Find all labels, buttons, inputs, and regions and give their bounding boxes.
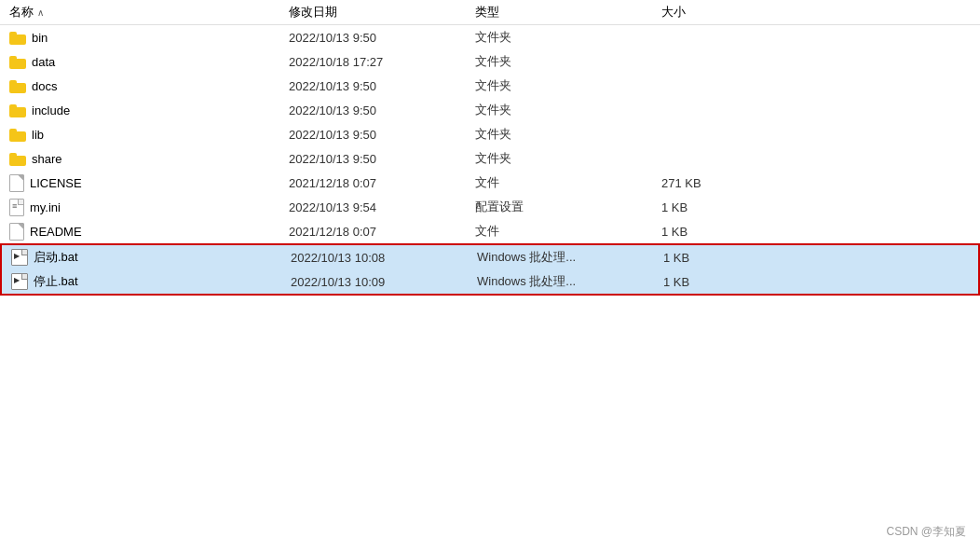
file-type-cell: 文件夹	[475, 102, 661, 118]
file-name-cell: LICENSE	[0, 174, 289, 192]
folder-icon	[9, 128, 26, 142]
table-row[interactable]: include2022/10/13 9:50文件夹	[0, 98, 980, 122]
file-type-cell: 文件夹	[475, 150, 661, 167]
file-name-text: include	[32, 103, 70, 117]
file-date-cell: 2022/10/13 9:50	[289, 103, 475, 117]
file-name-cell: README	[0, 223, 289, 241]
file-name-text: LICENSE	[30, 176, 82, 190]
sort-arrow: ∧	[37, 7, 44, 18]
table-row[interactable]: 停止.bat2022/10/13 10:09Windows 批处理...1 KB	[2, 269, 978, 294]
file-name-text: README	[30, 225, 82, 239]
file-name-text: bin	[32, 31, 48, 45]
table-header: 名称 ∧ 修改日期 类型 大小	[0, 0, 980, 25]
table-row[interactable]: bin2022/10/13 9:50文件夹	[0, 25, 980, 49]
folder-icon	[9, 152, 26, 166]
table-row[interactable]: share2022/10/13 9:50文件夹	[0, 146, 980, 171]
table-row[interactable]: data2022/10/18 17:27文件夹	[0, 49, 980, 74]
file-date-cell: 2022/10/13 9:50	[289, 31, 475, 45]
file-name-cell: data	[0, 55, 289, 69]
col-type-header[interactable]: 类型	[475, 4, 661, 21]
folder-icon	[9, 79, 26, 93]
file-size-cell: 1 KB	[663, 251, 775, 265]
file-name-text: share	[32, 152, 62, 166]
file-type-cell: 文件夹	[475, 53, 661, 70]
file-type-cell: 文件	[475, 223, 661, 240]
file-icon	[9, 223, 24, 241]
table-row[interactable]: docs2022/10/13 9:50文件夹	[0, 74, 980, 98]
file-type-cell: 配置设置	[475, 199, 661, 215]
file-name-cell: lib	[0, 128, 289, 142]
file-type-cell: Windows 批处理...	[477, 249, 663, 266]
col-size-header[interactable]: 大小	[661, 4, 773, 21]
file-name-cell: bin	[0, 31, 289, 45]
file-size-cell: 1 KB	[661, 225, 773, 239]
file-name-cell: include	[0, 103, 289, 117]
file-date-cell: 2022/10/13 10:09	[291, 275, 477, 289]
file-date-cell: 2021/12/18 0:07	[289, 225, 475, 239]
file-name-text: my.ini	[30, 200, 61, 214]
file-type-cell: 文件夹	[475, 29, 661, 46]
file-date-cell: 2022/10/13 9:50	[289, 79, 475, 93]
file-date-cell: 2022/10/18 17:27	[289, 55, 475, 69]
file-name-cell: docs	[0, 79, 289, 93]
file-date-cell: 2022/10/13 9:54	[289, 200, 475, 214]
file-icon	[9, 174, 24, 192]
table-row[interactable]: lib2022/10/13 9:50文件夹	[0, 122, 980, 146]
folder-icon	[9, 103, 26, 117]
file-name-text: data	[32, 55, 55, 69]
col-name-header[interactable]: 名称 ∧	[0, 4, 289, 21]
folder-icon	[9, 31, 26, 45]
table-row[interactable]: 启动.bat2022/10/13 10:08Windows 批处理...1 KB	[2, 245, 978, 269]
highlighted-group: 启动.bat2022/10/13 10:08Windows 批处理...1 KB…	[0, 243, 980, 296]
file-explorer: 名称 ∧ 修改日期 类型 大小 bin2022/10/13 9:50文件夹dat…	[0, 0, 980, 551]
file-type-cell: 文件夹	[475, 77, 661, 94]
file-name-cell: my.ini	[0, 199, 289, 216]
file-name-text: docs	[32, 79, 57, 93]
table-row[interactable]: README2021/12/18 0:07文件1 KB	[0, 219, 980, 243]
file-date-cell: 2022/10/13 10:08	[291, 251, 477, 265]
file-type-cell: 文件夹	[475, 126, 661, 143]
bat-icon	[11, 273, 28, 290]
file-date-cell: 2022/10/13 9:50	[289, 152, 475, 166]
file-type-cell: Windows 批处理...	[477, 273, 663, 290]
col-name-label: 名称	[9, 4, 34, 21]
bat-icon	[11, 249, 28, 266]
file-name-text: lib	[32, 128, 44, 142]
folder-icon	[9, 55, 26, 69]
watermark: CSDN @李知夏	[886, 524, 966, 540]
file-size-cell: 271 KB	[661, 176, 773, 190]
file-size-cell: 1 KB	[663, 275, 775, 289]
file-name-cell: 停止.bat	[2, 273, 291, 290]
config-icon	[9, 199, 24, 216]
file-name-text: 启动.bat	[34, 249, 78, 266]
file-name-text: 停止.bat	[34, 273, 78, 290]
file-size-cell: 1 KB	[661, 200, 773, 214]
col-date-header[interactable]: 修改日期	[289, 4, 475, 21]
table-row[interactable]: LICENSE2021/12/18 0:07文件271 KB	[0, 171, 980, 195]
table-row[interactable]: my.ini2022/10/13 9:54配置设置1 KB	[0, 195, 980, 219]
file-list: bin2022/10/13 9:50文件夹data2022/10/18 17:2…	[0, 25, 980, 296]
file-date-cell: 2021/12/18 0:07	[289, 176, 475, 190]
file-type-cell: 文件	[475, 174, 661, 191]
file-name-cell: 启动.bat	[2, 249, 291, 266]
file-date-cell: 2022/10/13 9:50	[289, 128, 475, 142]
file-name-cell: share	[0, 152, 289, 166]
